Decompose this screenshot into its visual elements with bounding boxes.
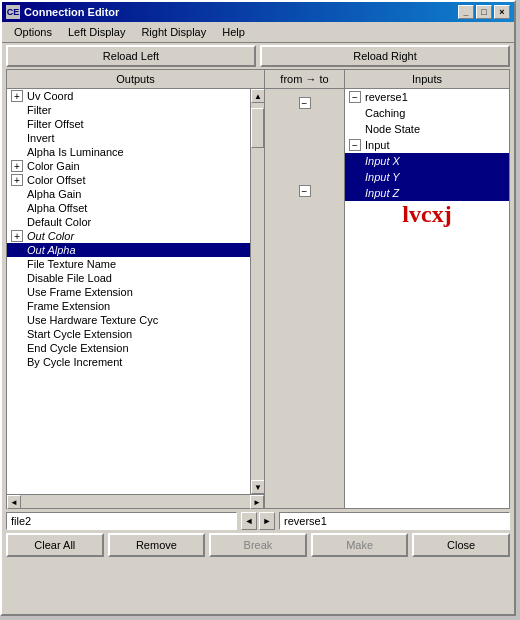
scroll-left-button[interactable]: ◄ — [7, 495, 21, 509]
nav-next-button[interactable]: ► — [259, 512, 275, 530]
minimize-button[interactable]: _ — [458, 5, 474, 19]
list-item[interactable]: File Texture Name — [7, 257, 250, 271]
scroll-track — [251, 103, 264, 480]
window-title: Connection Editor — [24, 6, 458, 18]
bottom-buttons: Clear All Remove Break Make Close — [6, 533, 510, 559]
right-list-item[interactable]: − reverse1 — [345, 89, 509, 105]
make-button[interactable]: Make — [311, 533, 409, 557]
collapse-icon[interactable]: − — [349, 139, 361, 151]
reload-right-button[interactable]: Reload Right — [260, 45, 510, 67]
list-item[interactable]: Use Hardware Texture Cyc — [7, 313, 250, 327]
list-item[interactable]: + Uv Coord — [7, 89, 250, 103]
list-item[interactable]: Filter Offset — [7, 117, 250, 131]
inputs-list[interactable]: − reverse1 Caching Node State − Input In… — [345, 89, 509, 508]
list-item-selected[interactable]: Out Alpha — [7, 243, 250, 257]
expand-icon[interactable]: + — [11, 174, 23, 186]
list-item[interactable]: Invert — [7, 131, 250, 145]
list-item[interactable]: Filter — [7, 103, 250, 117]
list-item[interactable]: + Color Gain — [7, 159, 250, 173]
nav-prev-button[interactable]: ◄ — [241, 512, 257, 530]
expand-icon[interactable]: + — [11, 230, 23, 242]
list-item[interactable]: Start Cycle Extension — [7, 327, 250, 341]
list-item[interactable]: Disable File Load — [7, 271, 250, 285]
right-list-item-selected[interactable]: Input X — [345, 153, 509, 169]
expand-icon[interactable]: + — [11, 160, 23, 172]
menu-left-display[interactable]: Left Display — [60, 24, 133, 40]
outputs-list[interactable]: + Uv Coord Filter Filter Offset Invert A… — [7, 89, 250, 494]
left-hscrollbar[interactable]: ◄ ► — [7, 494, 264, 508]
left-panel-header: Outputs — [7, 70, 264, 89]
close-button[interactable]: × — [494, 5, 510, 19]
status-left-field: file2 — [6, 512, 237, 530]
collapse-icon[interactable]: − — [349, 91, 361, 103]
right-panel-inner: − reverse1 Caching Node State − Input In… — [345, 89, 509, 508]
right-list-item[interactable]: Caching — [345, 105, 509, 121]
menu-bar: Options Left Display Right Display Help — [2, 22, 514, 43]
right-panel-header: Inputs — [345, 70, 509, 89]
list-item[interactable]: + Out Color — [7, 229, 250, 243]
right-list-item-selected[interactable]: Input Y — [345, 169, 509, 185]
menu-right-display[interactable]: Right Display — [133, 24, 214, 40]
scroll-right-button[interactable]: ► — [250, 495, 264, 509]
minus-icon-2[interactable]: − — [299, 185, 311, 197]
status-nav: ◄ ► — [241, 512, 275, 530]
toolbar: Reload Left Reload Right — [2, 43, 514, 69]
menu-help[interactable]: Help — [214, 24, 253, 40]
title-controls: _ □ × — [458, 5, 510, 19]
close-button-bottom[interactable]: Close — [412, 533, 510, 557]
maximize-button[interactable]: □ — [476, 5, 492, 19]
left-scrollbar[interactable]: ▲ ▼ — [250, 89, 264, 494]
list-item[interactable]: + Color Offset — [7, 173, 250, 187]
expand-icon[interactable]: + — [11, 90, 23, 102]
title-bar: CE Connection Editor _ □ × — [2, 2, 514, 22]
status-bar: file2 ◄ ► reverse1 — [6, 511, 510, 531]
remove-button[interactable]: Remove — [108, 533, 206, 557]
scroll-down-button[interactable]: ▼ — [251, 480, 264, 494]
minus-icon-1[interactable]: − — [299, 97, 311, 109]
break-button[interactable]: Break — [209, 533, 307, 557]
center-controls: − − — [265, 89, 344, 205]
scroll-thumb[interactable] — [251, 108, 264, 148]
main-window: CE Connection Editor _ □ × Options Left … — [0, 0, 516, 616]
hscroll-track — [21, 495, 250, 508]
list-item[interactable]: End Cycle Extension — [7, 341, 250, 355]
list-item[interactable]: Default Color — [7, 215, 250, 229]
scroll-up-button[interactable]: ▲ — [251, 89, 264, 103]
center-panel: from → to − − — [265, 70, 345, 508]
right-list-item-selected[interactable]: Input Z — [345, 185, 509, 201]
menu-options[interactable]: Options — [6, 24, 60, 40]
right-panel: Inputs − reverse1 Caching Node State − I… — [345, 70, 509, 508]
left-panel: Outputs + Uv Coord Filter Filter Offset … — [7, 70, 265, 508]
list-item[interactable]: Alpha Gain — [7, 187, 250, 201]
reload-left-button[interactable]: Reload Left — [6, 45, 256, 67]
list-item[interactable]: Alpha Is Luminance — [7, 145, 250, 159]
main-area: Outputs + Uv Coord Filter Filter Offset … — [6, 69, 510, 509]
right-list-item[interactable]: − Input — [345, 137, 509, 153]
left-panel-inner: + Uv Coord Filter Filter Offset Invert A… — [7, 89, 264, 494]
list-item[interactable]: Alpha Offset — [7, 201, 250, 215]
list-item[interactable]: Use Frame Extension — [7, 285, 250, 299]
list-item[interactable]: By Cycle Increment — [7, 355, 250, 369]
app-icon: CE — [6, 5, 20, 19]
clear-all-button[interactable]: Clear All — [6, 533, 104, 557]
center-panel-header: from → to — [265, 70, 344, 89]
list-item[interactable]: Frame Extension — [7, 299, 250, 313]
status-right-field: reverse1 — [279, 512, 510, 530]
right-list-item[interactable]: Node State — [345, 121, 509, 137]
lvcxj-label: lvcxj — [345, 201, 509, 228]
